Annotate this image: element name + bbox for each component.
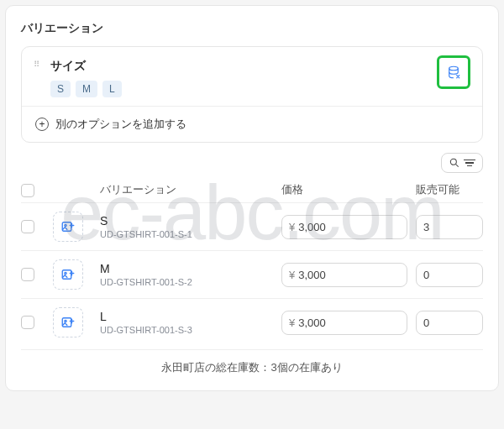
row-checkbox[interactable]	[21, 220, 34, 233]
variant-name[interactable]: L	[100, 310, 273, 323]
table-row: M UD-GTSHIRT-001-S-2 ¥3,000 0	[21, 250, 483, 298]
svg-point-0	[449, 66, 459, 71]
variant-sku: UD-GTSHIRT-001-S-3	[100, 325, 273, 335]
bulk-edit-button[interactable]	[437, 55, 470, 89]
svg-point-7	[65, 320, 66, 322]
option-chip: L	[102, 81, 122, 97]
drag-handle-icon[interactable]: ⠿	[34, 59, 45, 69]
search-icon	[449, 157, 460, 169]
variant-name[interactable]: M	[100, 262, 273, 275]
option-values: S M L	[50, 81, 470, 97]
toolbar	[21, 153, 483, 173]
row-checkbox[interactable]	[21, 268, 34, 281]
option-chip: M	[76, 81, 97, 97]
col-available: 販売可能	[416, 183, 483, 197]
stock-summary: 永田町店の総在庫数：3個の在庫あり	[21, 349, 483, 375]
variant-image-button[interactable]	[53, 212, 83, 242]
table-row: L UD-GTSHIRT-001-S-3 ¥3,000 0	[21, 298, 483, 346]
col-price: 価格	[281, 183, 407, 197]
select-all-checkbox[interactable]	[21, 184, 34, 197]
search-filter-button[interactable]	[441, 153, 483, 173]
variant-sku: UD-GTSHIRT-001-S-2	[100, 277, 273, 287]
database-icon	[446, 65, 461, 80]
variant-image-button[interactable]	[53, 259, 83, 290]
variant-name[interactable]: S	[100, 214, 273, 228]
price-input[interactable]: ¥3,000	[281, 263, 407, 287]
add-option-button[interactable]: + 別のオプションを追加する	[22, 106, 482, 142]
image-add-icon	[60, 267, 76, 282]
plus-circle-icon: +	[35, 118, 49, 131]
qty-input[interactable]: 0	[416, 311, 483, 335]
image-add-icon	[60, 315, 76, 330]
qty-input[interactable]: 3	[416, 215, 483, 239]
qty-input[interactable]: 0	[416, 263, 483, 287]
section-title: バリエーション	[21, 21, 483, 36]
add-option-label: 別のオプションを追加する	[55, 117, 186, 132]
table-row: S UD-GTSHIRT-001-S-1 ¥3,000 3	[21, 202, 483, 250]
option-box: ⠿ サイズ S M L + 別のオプションを追加する	[21, 46, 483, 143]
option-chip: S	[50, 81, 71, 97]
svg-point-5	[65, 272, 66, 274]
option-name: サイズ	[50, 59, 470, 74]
table-header: バリエーション 価格 販売可能	[21, 180, 483, 202]
row-checkbox[interactable]	[21, 316, 34, 329]
variations-card: バリエーション ⠿ サイズ S M L +	[5, 5, 499, 391]
price-input[interactable]: ¥3,000	[281, 215, 407, 239]
svg-point-3	[65, 224, 66, 226]
col-variation: バリエーション	[100, 183, 273, 197]
svg-point-1	[450, 159, 456, 165]
variant-image-button[interactable]	[53, 307, 83, 337]
price-input[interactable]: ¥3,000	[281, 311, 407, 335]
image-add-icon	[60, 219, 76, 234]
filter-icon	[464, 160, 475, 167]
option-row[interactable]: ⠿ サイズ S M L	[22, 47, 482, 106]
variant-sku: UD-GTSHIRT-001-S-1	[100, 229, 273, 239]
